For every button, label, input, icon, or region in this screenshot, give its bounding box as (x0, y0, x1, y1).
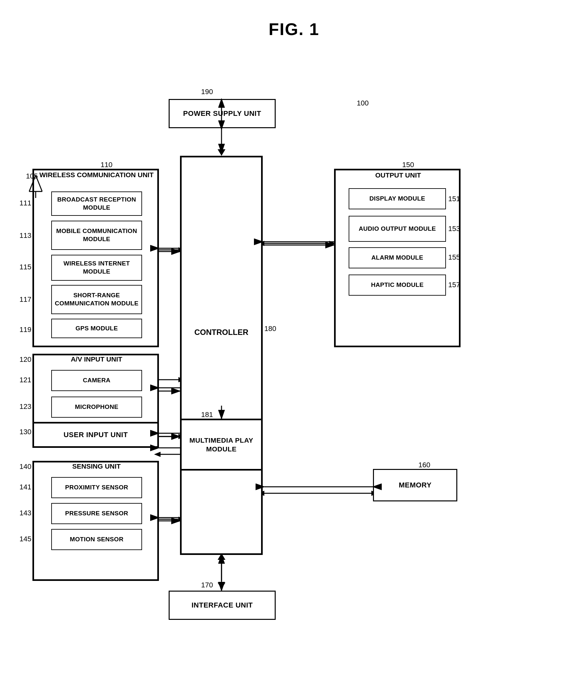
display-box: DISPLAY MODULE (349, 188, 446, 209)
av-input-label: A/V INPUT UNIT (34, 356, 159, 363)
ref-145: 145 (19, 535, 31, 543)
ref-130: 130 (19, 428, 31, 436)
wireless-internet-box: WIRELESS INTERNET MODULE (51, 255, 142, 281)
ref-117: 117 (19, 295, 31, 304)
av-input-box (32, 354, 159, 432)
camera-box: CAMERA (51, 370, 142, 391)
memory-box: MEMORY (373, 469, 457, 501)
ref-123: 123 (19, 403, 31, 411)
audio-output-box: AUDIO OUTPUT MODULE (349, 216, 446, 242)
interface-box: INTERFACE UNIT (169, 591, 276, 620)
haptic-box: HAPTIC MODULE (349, 274, 446, 296)
diagram-area: POWER SUPPLY UNIT 190 100 CONTROLLER 180… (0, 49, 588, 698)
ref-160: 160 (418, 461, 430, 469)
ref-155: 155 (448, 253, 460, 261)
controller-label: CONTROLLER (181, 328, 262, 337)
ref-151: 151 (448, 195, 460, 203)
proximity-box: PROXIMITY SENSOR (51, 477, 142, 498)
ref-150: 150 (402, 161, 414, 169)
ref-113: 113 (19, 231, 31, 240)
ref-100: 100 (357, 99, 369, 107)
ref-143: 143 (19, 509, 31, 517)
svg-marker-26 (154, 452, 161, 457)
ref-153: 153 (448, 224, 460, 233)
ref-157: 157 (448, 281, 460, 289)
motion-box: MOTION SENSOR (51, 529, 142, 550)
power-supply-box: POWER SUPPLY UNIT (169, 99, 276, 128)
user-input-box: USER INPUT UNIT (32, 422, 159, 448)
ref-105: 105 (26, 172, 38, 180)
mobile-comm-box: MOBILE COMMUNICATION MODULE (51, 221, 142, 250)
pressure-box: PRESSURE SENSOR (51, 503, 142, 524)
microphone-box: MICROPHONE (51, 397, 142, 418)
ref-190: 190 (201, 88, 213, 96)
broadcast-box: BROADCAST RECEPTION MODULE (51, 191, 142, 216)
multimedia-box: MULTIMEDIA PLAY MODULE (180, 419, 263, 471)
output-unit-label: OUTPUT UNIT (336, 171, 461, 179)
ref-120: 120 (19, 356, 31, 364)
ref-141: 141 (19, 483, 31, 491)
sensing-label: SENSING UNIT (34, 463, 159, 470)
controller-box (180, 156, 263, 555)
figure-title: FIG. 1 (0, 0, 588, 39)
alarm-box: ALARM MODULE (349, 247, 446, 268)
short-range-box: SHORT-RANGE COMMUNICATION MODULE (51, 285, 142, 314)
ref-140: 140 (19, 463, 31, 471)
ref-119: 119 (19, 325, 31, 334)
ref-170: 170 (201, 581, 213, 589)
wireless-comm-label: WIRELESS COMMUNICATION UNIT (34, 170, 159, 179)
ref-110: 110 (101, 161, 113, 169)
ref-180: 180 (264, 324, 276, 333)
gps-box: GPS MODULE (51, 319, 142, 338)
svg-marker-28 (218, 583, 225, 589)
svg-marker-7 (218, 149, 225, 156)
ref-121: 121 (19, 376, 31, 384)
ref-115: 115 (19, 263, 31, 271)
ref-181: 181 (201, 411, 213, 419)
